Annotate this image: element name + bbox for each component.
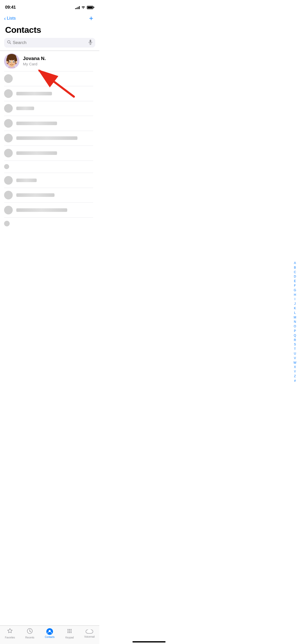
my-card-label: My Card — [23, 62, 46, 66]
contact-avatar — [4, 206, 13, 214]
svg-point-25 — [6, 61, 8, 63]
list-item[interactable] — [0, 203, 93, 217]
list-item[interactable] — [0, 71, 93, 86]
contact-avatar — [4, 104, 13, 113]
list-item[interactable] — [0, 217, 93, 230]
contact-avatar — [4, 164, 9, 169]
contact-name-blur — [16, 92, 52, 95]
search-bar[interactable] — [4, 38, 95, 48]
svg-point-19 — [13, 61, 14, 62]
list-item[interactable] — [0, 86, 93, 101]
contact-avatar — [4, 89, 13, 98]
list-item[interactable] — [0, 173, 93, 188]
chevron-left-icon: ‹ — [4, 16, 6, 21]
my-card-info: Jovana N. My Card — [23, 56, 46, 66]
contact-avatar — [4, 74, 13, 83]
list-item[interactable] — [0, 160, 93, 173]
add-contact-button[interactable]: + — [88, 15, 94, 22]
search-input[interactable] — [13, 40, 87, 45]
contacts-list — [0, 71, 99, 230]
contact-avatar — [4, 176, 13, 185]
svg-rect-15 — [7, 56, 16, 60]
wifi-icon — [81, 5, 85, 10]
contact-name-blur — [16, 122, 57, 125]
contact-avatar — [4, 119, 13, 128]
page-title: Contacts — [0, 24, 99, 38]
signal-icon — [75, 6, 80, 9]
contact-name-blur — [16, 179, 37, 182]
search-container — [0, 38, 99, 51]
contact-avatar — [4, 149, 13, 157]
svg-point-26 — [16, 61, 17, 63]
back-label: Lists — [7, 16, 16, 21]
contact-name-blur — [16, 151, 57, 155]
svg-point-20 — [10, 61, 10, 62]
list-item[interactable] — [0, 188, 93, 202]
contact-avatar — [4, 221, 10, 226]
contact-name-blur — [16, 136, 77, 140]
status-time: 09:41 — [5, 5, 16, 10]
avatar — [4, 53, 19, 69]
svg-line-1 — [10, 43, 11, 44]
contact-name-blur — [16, 107, 34, 110]
list-item[interactable] — [0, 101, 93, 116]
list-item[interactable] — [0, 116, 93, 131]
my-card-item[interactable]: Jovana N. My Card — [0, 51, 99, 71]
svg-point-21 — [13, 61, 14, 62]
svg-point-22 — [11, 63, 12, 64]
contact-avatar — [4, 191, 13, 199]
mic-icon[interactable] — [89, 40, 92, 46]
contact-name-blur — [16, 193, 55, 197]
contact-name-blur — [16, 208, 67, 212]
status-icons — [75, 5, 94, 10]
battery-icon — [87, 6, 94, 9]
back-button[interactable]: ‹ Lists — [4, 16, 16, 21]
list-item[interactable] — [0, 146, 93, 160]
search-icon — [7, 40, 11, 45]
my-card-name: Jovana N. — [23, 56, 46, 61]
contact-avatar — [4, 134, 13, 142]
svg-point-18 — [9, 61, 11, 62]
svg-rect-2 — [90, 40, 91, 43]
status-bar: 09:41 — [0, 0, 99, 13]
list-item[interactable] — [0, 131, 93, 145]
nav-header: ‹ Lists + — [0, 13, 99, 24]
